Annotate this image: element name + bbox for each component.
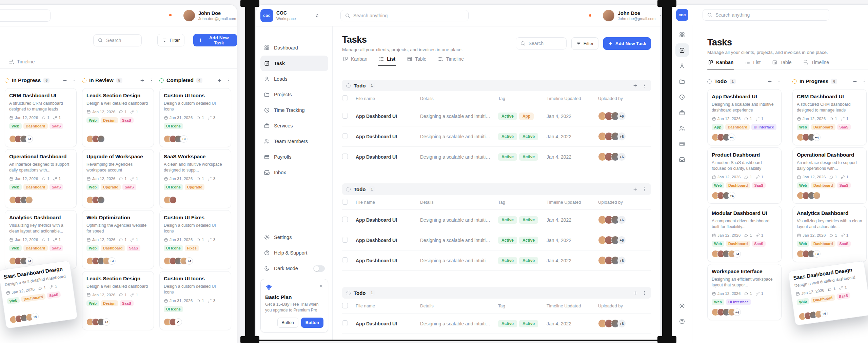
global-search-input[interactable]: Search anything — [703, 9, 829, 21]
row-checkbox[interactable] — [342, 113, 348, 119]
task-card[interactable]: CRM Dashboard UI A structured CRM dashbo… — [792, 89, 867, 145]
tab-list[interactable]: List — [378, 56, 396, 66]
task-card[interactable]: Analytics Dashboard Visualizing key metr… — [792, 206, 867, 262]
sidebar-item-leads[interactable]: Leads — [260, 71, 328, 87]
rail-item-task[interactable] — [675, 43, 689, 57]
plus-icon[interactable] — [62, 78, 67, 83]
task-card[interactable]: Custom UI Fixes Design a custom detailed… — [159, 210, 231, 269]
dots-vertical-icon[interactable] — [226, 78, 231, 83]
table-row[interactable]: App Dashboard UI Designing a scalable an… — [342, 147, 651, 167]
task-card[interactable]: CRM Dashboard UI A structured CRM dashbo… — [5, 88, 77, 147]
user-menu[interactable]: John Doe John.doe@gmail.com — [183, 10, 237, 21]
sidebar-item-team-members[interactable]: Team Members — [260, 134, 328, 149]
search-input[interactable]: Search — [516, 37, 567, 49]
sidebar-item-dashboard[interactable]: Dashboard — [260, 40, 328, 56]
row-checkbox[interactable] — [342, 237, 348, 243]
plan-upgrade-button[interactable]: Button — [301, 318, 323, 328]
add-new-task-button[interactable]: Add New Task — [603, 37, 651, 50]
row-checkbox[interactable] — [342, 154, 348, 159]
filter-button[interactable]: Filter — [571, 37, 598, 50]
plus-icon[interactable] — [217, 78, 222, 83]
rail-item-services[interactable] — [675, 106, 689, 119]
tab-kanban[interactable]: Kanban — [342, 56, 368, 66]
rail-item-settings[interactable] — [675, 299, 689, 312]
task-card[interactable]: Saas Dashboard Design Design a well deta… — [788, 261, 868, 326]
task-card[interactable]: Operational Dashboard An interface desig… — [5, 149, 77, 208]
divider-handle[interactable] — [240, 0, 259, 7]
divider-handle[interactable] — [657, 336, 676, 343]
divider-handle[interactable] — [240, 336, 259, 343]
sidebar-item-help-support[interactable]: Help & Support — [260, 245, 328, 261]
tab-table[interactable]: Table — [406, 56, 427, 66]
table-row[interactable]: App Dashboard UI Designing a scalable an… — [342, 230, 651, 250]
row-checkbox[interactable] — [342, 320, 348, 326]
table-row[interactable]: App Dashboard UI Designing a scalable an… — [342, 106, 651, 126]
task-card[interactable]: Analytics Dashboard Visualizing key metr… — [5, 210, 77, 269]
task-card[interactable]: Saas Dashboard Design Design a well deta… — [0, 260, 78, 329]
workspace-switcher[interactable]: coc COC Workspace — [260, 9, 320, 22]
rail-item-help-support[interactable] — [675, 315, 689, 328]
tab-timeline[interactable]: Timeline — [437, 56, 465, 66]
row-checkbox[interactable] — [342, 217, 348, 222]
row-checkbox[interactable] — [342, 257, 348, 263]
task-card[interactable]: Workspace Interface Designing an efficie… — [707, 264, 782, 320]
task-card[interactable]: Product Dashboard A modern SaaS dashboar… — [707, 147, 782, 204]
artboard-divider-right[interactable] — [662, 0, 672, 343]
global-search-input[interactable]: Search anything — [340, 10, 469, 21]
rail-item-dashboard[interactable] — [675, 28, 689, 41]
dark-mode-toggle[interactable] — [313, 265, 325, 272]
plus-icon[interactable] — [767, 79, 772, 84]
plan-secondary-button[interactable]: Button — [277, 318, 298, 328]
sidebar-item-payrolls[interactable]: Payrolls — [260, 149, 328, 165]
dots-vertical-icon[interactable] — [149, 78, 154, 83]
rail-item-team-members[interactable] — [675, 121, 689, 135]
plus-icon[interactable] — [852, 79, 857, 84]
artboard-divider-left[interactable] — [245, 0, 255, 343]
sidebar-item-time-tracking[interactable]: Time Tracking — [260, 102, 328, 118]
select-all-checkbox[interactable] — [342, 303, 348, 308]
rail-item-leads[interactable] — [675, 59, 689, 73]
row-checkbox[interactable] — [342, 133, 348, 139]
user-menu[interactable]: John Doe John.doe@gmail.com — [603, 10, 661, 21]
rail-item-time-tracking[interactable] — [675, 90, 689, 104]
task-card[interactable]: Operational Dashboard An interface desig… — [792, 147, 867, 204]
search-input[interactable]: Search — [93, 34, 142, 46]
filter-button[interactable]: Filter — [157, 34, 184, 46]
dots-vertical-icon[interactable] — [642, 187, 647, 192]
workspace-logo[interactable]: coc — [676, 9, 688, 21]
add-new-task-button[interactable]: Add New Task — [193, 34, 237, 46]
dots-vertical-icon[interactable] — [862, 79, 867, 84]
task-card[interactable]: SaaS Workspace A clean and intuitive wor… — [159, 149, 231, 208]
plus-icon[interactable] — [633, 83, 638, 88]
sidebar-item-settings[interactable]: Settings — [260, 229, 328, 245]
table-row[interactable]: App Dashboard UI Designing a scalable an… — [342, 314, 651, 334]
select-all-checkbox[interactable] — [342, 199, 348, 205]
table-row[interactable]: App Dashboard UI Designing a scalable an… — [342, 126, 651, 147]
tab-timeline[interactable]: Timeline — [803, 60, 830, 69]
plus-icon[interactable] — [633, 187, 638, 192]
task-card[interactable]: Leads Section Design Design a well detai… — [82, 271, 154, 330]
task-card[interactable]: Leads Section Design Design a well detai… — [82, 88, 154, 147]
table-row[interactable]: App Dashboard UI Designing a scalable an… — [342, 210, 651, 230]
dots-vertical-icon[interactable] — [776, 79, 782, 84]
dots-vertical-icon[interactable] — [642, 290, 647, 296]
sidebar-item-services[interactable]: Services — [260, 118, 328, 134]
task-card[interactable]: App Dashboard UI Designing a scalable an… — [707, 89, 782, 145]
tab-timeline[interactable]: Timeline — [8, 59, 35, 68]
task-card[interactable]: Upgrade of Workspace Revamping the Agenc… — [82, 149, 154, 208]
task-card[interactable]: Custom UI Icons Design a custom detailed… — [159, 271, 231, 330]
sidebar-item-inbox[interactable]: Inbox — [260, 165, 328, 180]
tab-list[interactable]: List — [744, 60, 761, 69]
rail-item-projects[interactable] — [675, 75, 689, 88]
task-card[interactable]: Custom UI Icons Design a custom detailed… — [159, 88, 231, 147]
divider-handle[interactable] — [657, 0, 676, 7]
select-all-checkbox[interactable] — [342, 95, 348, 101]
search-input[interactable] — [0, 9, 51, 22]
rail-item-inbox[interactable] — [675, 153, 689, 166]
dots-vertical-icon[interactable] — [642, 83, 647, 88]
tab-table[interactable]: Table — [771, 60, 792, 69]
table-row[interactable]: App Dashboard UI Designing a scalable an… — [342, 250, 651, 271]
dots-vertical-icon[interactable] — [72, 78, 77, 83]
task-card[interactable]: Web Optimization Optimizing the Agencies… — [82, 210, 154, 269]
plus-icon[interactable] — [140, 78, 145, 83]
